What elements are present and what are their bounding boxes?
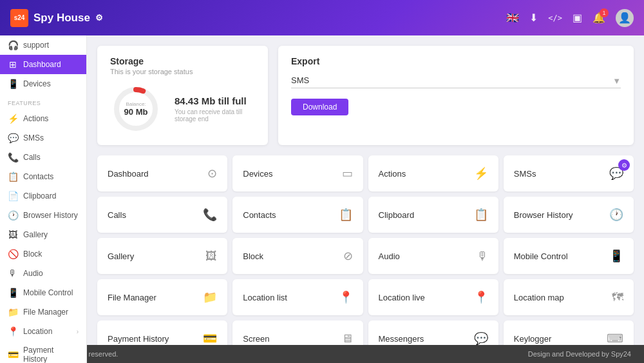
tile-icon-clipboard: 📋 <box>474 208 488 222</box>
tile-contacts[interactable]: Contacts 📋 <box>232 197 363 233</box>
sidebar-item-location[interactable]: 📍 Location › <box>0 322 86 341</box>
tile-clipboard[interactable]: Clipboard 📋 <box>368 197 498 233</box>
sidebar-item-dashboard[interactable]: ⊞ Dashboard <box>0 55 86 74</box>
tile-icon-location-live: 📍 <box>474 290 488 304</box>
tile-label-browser-history: Browser History <box>514 210 573 220</box>
donut-center: Balance: 90 Mb <box>124 101 148 117</box>
sidebar-item-calls[interactable]: 📞 Calls <box>0 148 86 167</box>
tile-block[interactable]: Block ⊘ <box>232 238 363 274</box>
credit: Design and Developed by Spy24 <box>528 350 631 358</box>
tile-icon-keylogger: ⌨ <box>607 331 623 346</box>
sidebar-label-clipboard: Clipboard <box>23 191 79 201</box>
tile-label-smss: SMSs <box>514 169 536 179</box>
tile-icon-devices: ▭ <box>342 166 353 181</box>
sidebar-item-actions[interactable]: ⚡ Actions <box>0 109 86 128</box>
sidebar-item-clipboard[interactable]: 📄 Clipboard <box>0 186 86 206</box>
sidebar-label-audio: Audio <box>23 269 79 278</box>
devices-icon: 📱 <box>8 79 18 89</box>
sms-icon: 💬 <box>8 133 18 143</box>
sidebar-item-devices[interactable]: 📱 Devices <box>0 74 86 93</box>
tile-icon-messengers: 💬 <box>474 331 488 346</box>
fill-text: 84.43 Mb till full <box>175 95 255 106</box>
tile-badge: ⚙ <box>618 159 630 171</box>
tile-mobile-control[interactable]: Mobile Control 📱 <box>504 238 634 274</box>
sidebar-label-dashboard: Dashboard <box>23 60 79 69</box>
tile-label-location-list: Location list <box>243 293 287 302</box>
contacts-icon: 📋 <box>8 172 18 182</box>
export-select[interactable]: SMS Calls Contacts <box>291 73 621 88</box>
widgets-row: Storage This is your storage status Bala… <box>97 46 634 145</box>
sidebar-item-payment[interactable]: 💳 Payment History <box>0 341 86 363</box>
balance-value: 90 Mb <box>124 107 148 117</box>
tile-icon-payment-history: 💳 <box>203 331 217 346</box>
download-icon[interactable]: ⬇ <box>529 12 538 24</box>
tile-calls[interactable]: Calls 📞 <box>97 197 227 233</box>
code-icon[interactable]: </> <box>548 14 562 23</box>
file-icon: 📁 <box>8 307 18 317</box>
tile-dashboard[interactable]: Dashboard ⊙ <box>97 155 227 191</box>
tile-icon-calls: 📞 <box>203 208 217 222</box>
tile-devices[interactable]: Devices ▭ <box>232 155 363 191</box>
tile-smss[interactable]: SMSs 💬 ⚙ <box>504 155 634 191</box>
tile-file-manager[interactable]: File Manager 📁 <box>97 279 227 315</box>
logo: s24 Spy House ⚙ <box>10 9 103 27</box>
clipboard-icon: 📄 <box>8 191 18 201</box>
download-button[interactable]: Download <box>291 99 348 115</box>
sidebar-item-support[interactable]: 🎧 support <box>0 35 86 55</box>
browser-icon: 🕐 <box>8 210 18 221</box>
sidebar-item-contacts[interactable]: 📋 Contacts <box>0 167 86 186</box>
sidebar-label-block: Block <box>23 250 79 259</box>
sidebar-item-mobile-control[interactable]: 📱 Mobile Control <box>0 283 86 302</box>
app-header: s24 Spy House ⚙ 🇬🇧 ⬇ </> ▣ 🔔 1 👤 <box>0 0 644 35</box>
tile-icon-contacts: 📋 <box>339 208 353 222</box>
sidebar-item-browser-history[interactable]: 🕐 Browser History <box>0 206 86 225</box>
features-label: FEATURES <box>0 93 86 109</box>
tile-label-gallery: Gallery <box>108 251 134 261</box>
tile-label-screen: Screen <box>243 334 269 344</box>
avatar[interactable]: 👤 <box>616 9 634 27</box>
tile-audio[interactable]: Audio 🎙 <box>368 238 498 274</box>
sidebar-label-payment: Payment History <box>23 346 79 363</box>
location-icon: 📍 <box>8 326 18 337</box>
tile-gallery[interactable]: Gallery 🖼 <box>97 238 227 274</box>
tile-icon-dashboard: ⊙ <box>207 166 217 181</box>
header-actions: 🇬🇧 ⬇ </> ▣ 🔔 1 👤 <box>506 9 634 27</box>
actions-icon: ⚡ <box>8 113 18 124</box>
storage-subtitle: This is your storage status <box>110 68 255 75</box>
tile-label-actions: Actions <box>379 169 406 179</box>
tile-icon-gallery: 🖼 <box>205 250 217 263</box>
tile-label-payment-history: Payment History <box>108 334 169 344</box>
sidebar-item-file-manager[interactable]: 📁 File Manager <box>0 302 86 322</box>
sidebar-item-smss[interactable]: 💬 SMSs <box>0 128 86 148</box>
sidebar-label-support: support <box>23 41 79 50</box>
sidebar-label-calls: Calls <box>23 153 79 162</box>
tile-icon-audio: 🎙 <box>477 250 488 263</box>
tile-location-map[interactable]: Location map 🗺 <box>504 279 634 315</box>
storage-title: Storage <box>110 56 255 66</box>
screen-icon[interactable]: ▣ <box>573 12 582 24</box>
storage-visual: Balance: 90 Mb 84.43 Mb till full You ca… <box>110 83 255 135</box>
tile-label-audio: Audio <box>379 251 400 261</box>
notification-icon[interactable]: 🔔 1 <box>592 12 605 24</box>
sidebar-item-gallery[interactable]: 🖼 Gallery <box>0 225 86 244</box>
sidebar-item-block[interactable]: 🚫 Block <box>0 244 86 264</box>
sidebar: 🎧 support ⊞ Dashboard 📱 Devices FEATURES… <box>0 35 87 363</box>
tile-label-location-live: Location live <box>379 293 425 302</box>
app-footer: © 2019 Spy24 All rights reserved. Design… <box>0 345 644 363</box>
logo-icon: s24 <box>10 9 28 27</box>
flag-icon[interactable]: 🇬🇧 <box>506 12 519 24</box>
storage-info: 84.43 Mb till full You can receive data … <box>175 95 255 123</box>
payment-icon: 💳 <box>8 349 18 360</box>
balance-label: Balance: <box>124 101 148 107</box>
tile-label-contacts: Contacts <box>243 210 276 220</box>
tile-browser-history[interactable]: Browser History 🕐 <box>504 197 634 233</box>
sidebar-item-audio[interactable]: 🎙 Audio <box>0 264 86 283</box>
tile-actions[interactable]: Actions ⚡ <box>368 155 498 191</box>
tile-icon-screen: 🖥 <box>341 332 353 346</box>
export-select-wrap: SMS Calls Contacts ▼ <box>291 73 621 88</box>
tile-location-live[interactable]: Location live 📍 <box>368 279 498 315</box>
tile-location-list[interactable]: Location list 📍 <box>232 279 363 315</box>
tile-label-calls: Calls <box>108 210 126 220</box>
export-card: Export SMS Calls Contacts ▼ Download <box>278 46 634 145</box>
title-gear-icon[interactable]: ⚙ <box>95 13 103 23</box>
